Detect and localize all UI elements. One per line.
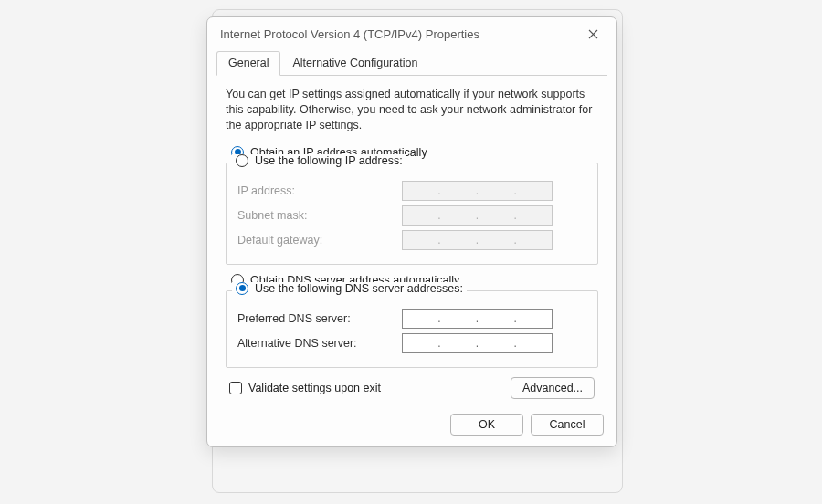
label-subnet-mask: Subnet mask: — [237, 209, 402, 222]
radio-icon — [236, 154, 248, 167]
radio-label: Use the following DNS server addresses: — [255, 282, 463, 295]
input-default-gateway: ... — [402, 230, 553, 250]
tab-general[interactable]: General — [216, 51, 280, 76]
tab-alternative-configuration[interactable]: Alternative Configuration — [280, 51, 429, 76]
label-alternative-dns: Alternative DNS server: — [237, 337, 402, 350]
label-default-gateway: Default gateway: — [237, 234, 402, 247]
input-preferred-dns[interactable]: ... — [402, 309, 553, 329]
checkbox-label: Validate settings upon exit — [248, 382, 381, 394]
button-label: Cancel — [550, 418, 585, 431]
checkbox-icon — [229, 382, 242, 394]
radio-icon — [236, 282, 248, 295]
tab-general-label: General — [228, 57, 269, 69]
label-preferred-dns: Preferred DNS server: — [237, 312, 402, 325]
group-ip-manual: Use the following IP address: IP address… — [226, 163, 598, 265]
input-alternative-dns[interactable]: ... — [402, 333, 553, 353]
close-icon — [588, 29, 598, 39]
advanced-button[interactable]: Advanced... — [511, 377, 595, 399]
button-label: OK — [479, 418, 495, 431]
close-button[interactable] — [580, 25, 606, 43]
cancel-button[interactable]: Cancel — [531, 414, 604, 436]
input-ip-address: ... — [402, 181, 553, 201]
radio-label: Use the following IP address: — [255, 154, 403, 167]
ipv4-properties-dialog: Internet Protocol Version 4 (TCP/IPv4) P… — [206, 16, 617, 447]
checkbox-validate-settings[interactable]: Validate settings upon exit — [229, 382, 381, 394]
input-subnet-mask: ... — [402, 205, 553, 226]
intro-text: You can get IP settings assigned automat… — [226, 87, 598, 133]
button-label: Advanced... — [522, 382, 583, 394]
ok-button[interactable]: OK — [450, 414, 523, 436]
tab-alternative-label: Alternative Configuration — [292, 57, 417, 69]
dialog-buttons: OK Cancel — [207, 404, 616, 437]
tabstrip: General Alternative Configuration — [216, 50, 607, 76]
group-dns-manual: Use the following DNS server addresses: … — [226, 290, 598, 368]
label-ip-address: IP address: — [237, 184, 402, 197]
window-title: Internet Protocol Version 4 (TCP/IPv4) P… — [220, 27, 480, 41]
tab-body-general: You can get IP settings assigned automat… — [207, 76, 616, 404]
radio-use-following-ip[interactable]: Use the following IP address: — [232, 154, 406, 167]
titlebar: Internet Protocol Version 4 (TCP/IPv4) P… — [207, 17, 616, 47]
radio-use-following-dns[interactable]: Use the following DNS server addresses: — [232, 282, 467, 295]
